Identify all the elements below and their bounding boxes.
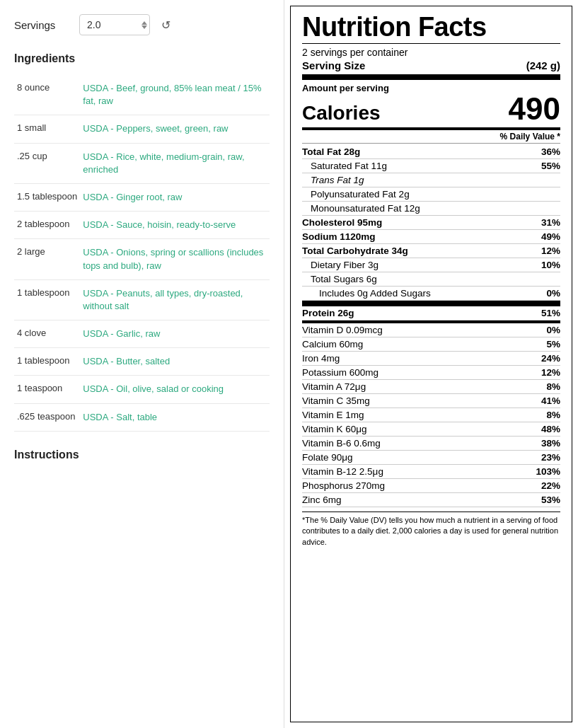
- ingredient-amount: 2 tablespoon: [14, 212, 80, 239]
- calories-value: 490: [509, 93, 560, 125]
- nutrient-pct: 51%: [541, 308, 560, 318]
- list-item: 4 clove USDA - Garlic, raw: [14, 320, 270, 348]
- nutrition-row: Total Fat 28g36%: [302, 145, 560, 159]
- serving-size-value: (242 g): [526, 59, 560, 71]
- nutrition-row: Vitamin B-12 2.5μg103%: [302, 465, 560, 479]
- ingredient-name[interactable]: USDA - Onions, spring or scallions (incl…: [80, 239, 270, 279]
- ingredient-amount: 1 tablespoon: [14, 348, 80, 376]
- ingredient-name[interactable]: USDA - Peppers, sweet, green, raw: [80, 115, 270, 143]
- nutrient-label: Zinc 6mg: [302, 495, 342, 505]
- nutrient-label: Vitamin D 0.09mcg: [302, 325, 383, 335]
- nutrient-label: Iron 4mg: [302, 353, 340, 364]
- list-item: 1 tablespoon USDA - Peanuts, all types, …: [14, 279, 270, 320]
- nutrition-row: Calcium 60mg5%: [302, 337, 560, 352]
- decrement-icon[interactable]: [141, 25, 147, 29]
- nutrient-label: Vitamin B-6 0.6mg: [302, 438, 381, 449]
- ingredient-name[interactable]: USDA - Ginger root, raw: [80, 183, 270, 211]
- list-item: 1.5 tablespoon USDA - Ginger root, raw: [14, 183, 270, 211]
- serving-size-label: Serving Size: [302, 59, 365, 71]
- servings-input[interactable]: [79, 14, 150, 35]
- nutrition-row: Sodium 1120mg49%: [302, 230, 560, 244]
- nutrient-label: Vitamin C 35mg: [302, 395, 370, 406]
- ingredient-amount: 8 ounce: [14, 75, 80, 115]
- nutrition-row: Total Sugars 6g: [302, 272, 560, 287]
- nutrient-label: Vitamin K 60μg: [302, 424, 367, 434]
- nutrition-row: Vitamin B-6 0.6mg38%: [302, 437, 560, 451]
- nutrient-label: Includes 0g Added Sugars: [302, 288, 431, 299]
- spinner-arrows[interactable]: [141, 21, 147, 29]
- nutrient-label: Polyunsaturated Fat 2g: [302, 189, 410, 200]
- nutrient-pct: 41%: [541, 395, 560, 406]
- nutrient-pct: 10%: [541, 260, 560, 270]
- nutrient-label: Total Sugars 6g: [302, 274, 377, 284]
- nutrition-row: Vitamin A 72μg8%: [302, 380, 560, 394]
- increment-icon[interactable]: [141, 21, 147, 25]
- nutrition-row: Cholesterol 95mg31%: [302, 216, 560, 230]
- nutrition-row: Vitamin D 0.09mcg0%: [302, 320, 560, 337]
- nutrition-row: Potassium 600mg12%: [302, 366, 560, 380]
- servings-row: Servings ↺: [14, 14, 270, 35]
- nutrient-label: Vitamin E 1mg: [302, 410, 364, 420]
- nutrition-row: Vitamin E 1mg8%: [302, 408, 560, 422]
- ingredient-amount: .25 cup: [14, 143, 80, 183]
- dv-header: % Daily Value *: [302, 132, 560, 144]
- nutrition-row: Saturated Fat 11g55%: [302, 159, 560, 173]
- nutrient-label: Monounsaturated Fat 12g: [302, 203, 420, 214]
- ingredient-amount: 1 teaspoon: [14, 376, 80, 403]
- nutrient-label: Phosphorus 270mg: [302, 480, 385, 491]
- ingredient-name[interactable]: USDA - Peanuts, all types, dry-roasted, …: [80, 279, 270, 320]
- left-panel: Servings ↺ Ingredients 8 ounce USDA - Be…: [0, 0, 284, 728]
- nutrient-pct: 55%: [541, 161, 560, 171]
- nutrition-row: Vitamin C 35mg41%: [302, 394, 560, 408]
- nutrition-row: Folate 90μg23%: [302, 451, 560, 465]
- list-item: 1 teaspoon USDA - Oil, olive, salad or c…: [14, 376, 270, 403]
- ingredient-amount: 1 small: [14, 115, 80, 143]
- nutrient-pct: 53%: [541, 495, 560, 505]
- nutrient-pct: 103%: [536, 466, 560, 477]
- nutrition-facts-panel: Nutrition Facts 2 servings per container…: [290, 6, 572, 722]
- reset-button[interactable]: ↺: [158, 16, 173, 35]
- ingredient-name[interactable]: USDA - Rice, white, medium-grain, raw, e…: [80, 143, 270, 183]
- ingredients-table: 8 ounce USDA - Beef, ground, 85% lean me…: [14, 75, 270, 432]
- nutrition-row: Vitamin K 60μg48%: [302, 422, 560, 437]
- nutrition-row: Iron 4mg24%: [302, 352, 560, 366]
- servings-per-container: 2 servings per container: [302, 47, 560, 58]
- ingredient-amount: .625 teaspoon: [14, 403, 80, 431]
- ingredients-title: Ingredients: [14, 52, 270, 65]
- list-item: 1 small USDA - Peppers, sweet, green, ra…: [14, 115, 270, 143]
- ingredient-name[interactable]: USDA - Garlic, raw: [80, 320, 270, 348]
- nutrition-row: Protein 26g51%: [302, 301, 560, 320]
- nutrient-pct: 48%: [541, 424, 560, 434]
- nutrient-pct: 38%: [541, 438, 560, 449]
- nutrient-pct: 5%: [546, 339, 560, 349]
- serving-size-row: Serving Size (242 g): [302, 59, 560, 80]
- nutrient-label: Vitamin B-12 2.5μg: [302, 466, 383, 477]
- nutrition-row: Polyunsaturated Fat 2g: [302, 187, 560, 202]
- nutrient-pct: 12%: [541, 245, 560, 256]
- nutrition-rows: Total Fat 28g36%Saturated Fat 11g55%Tran…: [302, 145, 560, 507]
- nutrient-label: Dietary Fiber 3g: [302, 260, 378, 270]
- ingredient-name[interactable]: USDA - Salt, table: [80, 403, 270, 431]
- list-item: .625 teaspoon USDA - Salt, table: [14, 403, 270, 431]
- list-item: 2 tablespoon USDA - Sauce, hoisin, ready…: [14, 212, 270, 239]
- ingredient-name[interactable]: USDA - Butter, salted: [80, 348, 270, 376]
- ingredient-name[interactable]: USDA - Sauce, hoisin, ready-to-serve: [80, 212, 270, 239]
- instructions-title: Instructions: [14, 449, 270, 461]
- ingredient-amount: 2 large: [14, 239, 80, 279]
- nutrient-label: Sodium 1120mg: [302, 231, 376, 242]
- nutrient-pct: 0%: [546, 288, 560, 299]
- ingredient-amount: 1 tablespoon: [14, 279, 80, 320]
- ingredient-amount: 1.5 tablespoon: [14, 183, 80, 211]
- ingredient-name[interactable]: USDA - Beef, ground, 85% lean meat / 15%…: [80, 75, 270, 115]
- nutrient-label: Cholesterol 95mg: [302, 217, 382, 228]
- ingredient-name[interactable]: USDA - Oil, olive, salad or cooking: [80, 376, 270, 403]
- calories-row: Calories 490: [302, 93, 560, 130]
- ingredient-amount: 4 clove: [14, 320, 80, 348]
- nutrition-row: Dietary Fiber 3g10%: [302, 258, 560, 272]
- servings-input-wrap: [79, 14, 150, 35]
- nutrition-row: Trans Fat 1g: [302, 173, 560, 187]
- nutrient-pct: 22%: [541, 480, 560, 491]
- nutrient-pct: 8%: [546, 410, 560, 420]
- calories-label: Calories: [302, 102, 381, 125]
- nutrition-row: Monounsaturated Fat 12g: [302, 202, 560, 216]
